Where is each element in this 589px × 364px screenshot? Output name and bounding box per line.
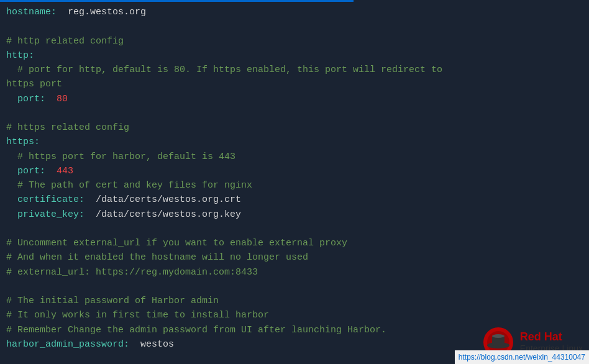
key-hostname: hostname xyxy=(6,7,51,17)
url-bar: https://blog.csdn.net/weixin_44310047 xyxy=(455,350,589,364)
line-certificate: certificate: /data/certs/westos.org.crt xyxy=(6,193,583,207)
line-http-comment: # http related config xyxy=(6,34,583,48)
value-port-http: 80 xyxy=(57,94,68,104)
line-empty-1 xyxy=(6,19,583,34)
line-hostname: hostname: reg.westos.org xyxy=(6,5,583,19)
line-cert-comment: # The path of cert and key files for ngi… xyxy=(6,178,583,193)
comment-port2: https port xyxy=(6,79,62,89)
line-external-comment3: # external_url: https://reg.mydomain.com… xyxy=(6,265,583,280)
line-private-key: private_key: /data/certs/westos.org.key xyxy=(6,207,583,222)
key-https: https xyxy=(6,137,34,147)
line-admin-comment1: # The initial password of Harbor admin xyxy=(6,294,583,308)
key-port-http: port xyxy=(17,94,40,104)
key-port-https: port xyxy=(17,166,40,176)
top-tab-indicator xyxy=(0,0,589,2)
line-https-port-comment: # https port for harbor, default is 443 xyxy=(6,150,583,164)
line-admin-comment2: # It only works in first time to install… xyxy=(6,308,583,322)
key-private-key: private_key xyxy=(17,209,79,220)
value-port-https: 443 xyxy=(57,166,73,176)
comment-http: # http related config xyxy=(6,36,124,47)
comment-https: # https related config xyxy=(6,122,129,133)
key-certificate: certificate xyxy=(17,194,79,205)
line-https-key: https: xyxy=(6,135,583,149)
line-external-comment1: # Uncomment external_url if you want to … xyxy=(6,236,583,250)
value-private-key: /data/certs/westos.org.key xyxy=(96,209,241,220)
line-empty-4 xyxy=(6,280,583,294)
key-http: http xyxy=(6,50,29,61)
line-https-comment: # https related config xyxy=(6,121,583,135)
line-http-port: port: 80 xyxy=(6,92,583,106)
comment-https-port: # https port for harbor, default is 443 xyxy=(6,152,235,162)
line-external-comment2: # And when it enabled the hostname will … xyxy=(6,250,583,265)
line-https-port: port: 443 xyxy=(6,164,583,178)
line-port-comment2: https port xyxy=(6,77,583,91)
svg-point-4 xyxy=(492,334,505,338)
comment-external3: # external_url: https://reg.mydomain.com… xyxy=(6,267,258,278)
comment-cert: # The path of cert and key files for ngi… xyxy=(6,180,252,191)
line-port-comment1: # port for http, default is 80. If https… xyxy=(6,63,583,77)
value-certificate: /data/certs/westos.org.crt xyxy=(96,194,241,205)
comment-admin2: # It only works in first time to install… xyxy=(6,310,269,321)
terminal-window: hostname: reg.westos.org # http related … xyxy=(0,0,589,364)
comment-external2: # And when it enabled the hostname will … xyxy=(6,252,308,263)
url-text: https://blog.csdn.net/weixin_44310047 xyxy=(459,353,585,362)
line-http-key: http: xyxy=(6,48,583,63)
value-admin-password: westos xyxy=(140,339,174,350)
comment-port1: # port for http, default is 80. If https… xyxy=(6,65,442,75)
comment-admin3: # Remember Change the admin password fro… xyxy=(6,325,386,335)
line-empty-3 xyxy=(6,222,583,236)
comment-external1: # Uncomment external_url if you want to … xyxy=(6,238,347,248)
value-hostname: reg.westos.org xyxy=(68,7,146,17)
line-empty-2 xyxy=(6,106,583,121)
key-admin-password: harbor_admin_password xyxy=(6,339,124,350)
comment-admin1: # The initial password of Harbor admin xyxy=(6,296,219,306)
redhat-brand-label: Red Hat xyxy=(520,330,583,344)
